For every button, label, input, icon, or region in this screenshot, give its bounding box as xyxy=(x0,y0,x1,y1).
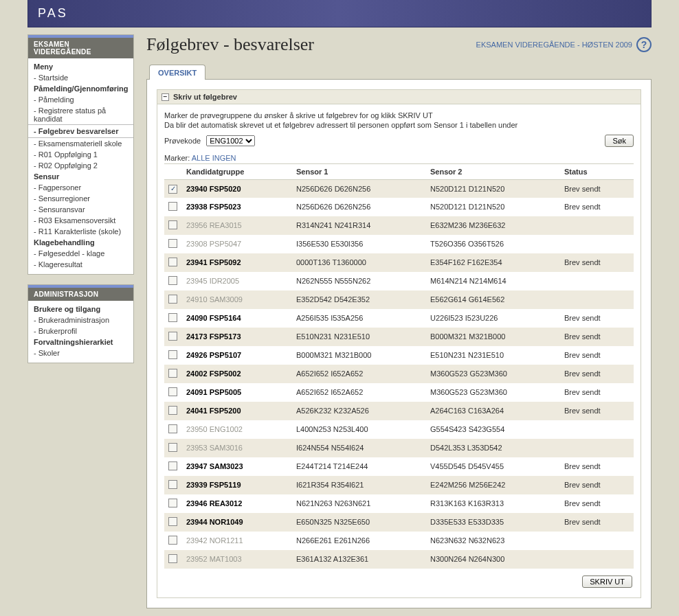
sidebar-item[interactable]: - R03 Eksamensoversikt xyxy=(28,215,133,226)
cell-status: Brev sendt xyxy=(560,328,634,346)
row-checkbox[interactable] xyxy=(168,202,177,211)
info-line-2: Da blir det automatisk skrevet ut et føl… xyxy=(164,121,634,129)
row-checkbox xyxy=(168,443,177,452)
cell-sensor1: E361A132 A132E361 xyxy=(292,550,426,569)
table-row: 23938 FSP5023N256D626 D626N256N520D121 D… xyxy=(164,198,634,216)
tab-oversikt[interactable]: OVERSIKT xyxy=(149,65,205,80)
collapse-icon[interactable]: − xyxy=(162,93,169,101)
cell-kandidatgruppe: 23947 SAM3023 xyxy=(182,457,292,476)
sidebar-heading: Brukere og tilgang xyxy=(28,304,133,315)
col-kandidatgruppe: Kandidatgruppe xyxy=(182,164,292,180)
search-button[interactable]: Søk xyxy=(605,135,634,147)
sidebar-item[interactable]: - Sensuransvar xyxy=(28,204,133,215)
app-logo: PAS xyxy=(38,6,68,21)
row-checkbox[interactable] xyxy=(168,350,177,359)
sidebar-item[interactable]: - Eksamensmateriell skole xyxy=(28,138,133,149)
cell-kandidatgruppe: 23942 NOR1211 xyxy=(182,532,292,550)
row-checkbox[interactable]: ✓ xyxy=(168,185,177,194)
cell-sensor2: V455D545 D545V455 xyxy=(426,457,560,476)
context-label: EKSAMEN VIDEREGÅENDE - HØSTEN 2009 ? xyxy=(476,37,652,52)
cell-sensor2: D542L353 L353D542 xyxy=(426,439,560,457)
marker-alle-link[interactable]: ALLE xyxy=(192,154,210,162)
row-checkbox[interactable] xyxy=(168,461,177,470)
cell-kandidatgruppe: 23946 REA3012 xyxy=(182,494,292,513)
cell-kandidatgruppe: 23952 MAT1003 xyxy=(182,550,292,569)
page-title: Følgebrev - besvarelser xyxy=(146,34,314,55)
cell-sensor1: I621R354 R354I621 xyxy=(292,476,426,494)
sidebar-item[interactable]: - Klageresultat xyxy=(28,259,133,270)
row-checkbox[interactable] xyxy=(168,517,177,526)
row-checkbox[interactable] xyxy=(168,387,177,396)
row-checkbox[interactable] xyxy=(168,332,177,341)
cell-sensor1: 0000T136 T1360000 xyxy=(292,253,426,272)
row-checkbox[interactable] xyxy=(168,406,177,415)
cell-status: Brev sendt xyxy=(560,402,634,420)
sidebar-item[interactable]: - Påmelding xyxy=(28,94,133,105)
row-checkbox[interactable] xyxy=(168,480,177,489)
table-row: 24090 FSP5164A256I535 I535A256U226I523 I… xyxy=(164,309,634,328)
table-row: 23908 PSP5047I356E530 E530I356T526O356 O… xyxy=(164,235,634,253)
info-line-1: Marker de prøvegruppene du ønsker å skri… xyxy=(164,111,634,119)
sidebar-item[interactable]: - Følgeseddel - klage xyxy=(28,248,133,259)
row-checkbox xyxy=(168,220,177,229)
sidebar-heading: Forvaltningshierarkiet xyxy=(28,336,133,347)
section-header: − Skriv ut følgebrev xyxy=(157,90,641,104)
sidebar-item[interactable]: - Sensurregioner xyxy=(28,193,133,204)
cell-status: Brev sendt xyxy=(560,180,634,198)
table-row: 23944 NOR1049E650N325 N325E650D335E533 E… xyxy=(164,513,634,532)
row-checkbox[interactable] xyxy=(168,369,177,378)
cell-sensor1: A652I652 I652A652 xyxy=(292,383,426,402)
cell-sensor2: T526O356 O356T526 xyxy=(426,235,560,253)
cell-kandidatgruppe: 24926 PSP5107 xyxy=(182,346,292,365)
row-checkbox xyxy=(168,536,177,545)
cell-status: Brev sendt xyxy=(560,309,634,328)
row-checkbox xyxy=(168,424,177,433)
row-checkbox xyxy=(168,276,177,285)
marker-ingen-link[interactable]: INGEN xyxy=(212,154,236,162)
table-row: 23956 REA3015R314N241 N241R314E632M236 M… xyxy=(164,216,634,235)
sidebar-item[interactable]: - Startside xyxy=(28,72,133,83)
sidebar-item[interactable]: - Skoler xyxy=(28,347,133,358)
cell-sensor2: E562G614 G614E562 xyxy=(426,290,560,309)
cell-kandidatgruppe: 23941 FSP5092 xyxy=(182,253,292,272)
provekode-select[interactable]: ENG1002 xyxy=(206,135,255,146)
skriv-ut-button[interactable]: SKRIV UT xyxy=(582,575,632,588)
cell-sensor1: E244T214 T214E244 xyxy=(292,457,426,476)
table-row: 24091 PSP5005A652I652 I652A652M360G523 G… xyxy=(164,383,634,402)
cell-kandidatgruppe: 23908 PSP5047 xyxy=(182,235,292,253)
sidebar-item[interactable]: - R01 Oppfølging 1 xyxy=(28,149,133,160)
sidebar-item[interactable]: - R02 Oppfølging 2 xyxy=(28,160,133,171)
cell-kandidatgruppe: 23945 IDR2005 xyxy=(182,272,292,290)
cell-sensor1: B000M321 M321B000 xyxy=(292,346,426,365)
cell-kandidatgruppe: 24041 FSP5200 xyxy=(182,402,292,420)
sidebar-item[interactable]: - Brukeradministrasjon xyxy=(28,315,133,326)
table-row: 24173 FSP5173E510N231 N231E510B000M321 M… xyxy=(164,328,634,346)
cell-sensor2: E242M256 M256E242 xyxy=(426,476,560,494)
sidebar-item[interactable]: - R11 Karakterliste (skole) xyxy=(28,226,133,237)
tab-panel: − Skriv ut følgebrev Marker de prøvegrup… xyxy=(146,80,652,608)
cell-kandidatgruppe: 23953 SAM3016 xyxy=(182,439,292,457)
cell-kandidatgruppe: 24091 PSP5005 xyxy=(182,383,292,402)
cell-sensor2: E354F162 F162E354 xyxy=(426,253,560,272)
sidebar-item[interactable]: - Brukerprofil xyxy=(28,326,133,336)
cell-kandidatgruppe: 24910 SAM3009 xyxy=(182,290,292,309)
cell-sensor2: U226I523 I523U226 xyxy=(426,309,560,328)
row-checkbox[interactable] xyxy=(168,499,177,507)
cell-sensor1: N262N555 N555N262 xyxy=(292,272,426,290)
help-icon[interactable]: ? xyxy=(636,37,652,52)
row-checkbox[interactable] xyxy=(168,313,177,322)
row-checkbox xyxy=(168,295,177,304)
sidebar-item[interactable]: - Følgebrev besvarelser xyxy=(28,124,133,138)
col-status: Status xyxy=(560,164,634,180)
cell-sensor1: N621N263 N263N621 xyxy=(292,494,426,513)
sidebar-panel: EKSAMEN VIDEREGÅENDEMeny- StartsidePåmel… xyxy=(27,34,134,275)
section-skriv-ut: − Skriv ut følgebrev Marker de prøvegrup… xyxy=(157,89,641,598)
row-checkbox[interactable] xyxy=(168,258,177,266)
cell-status xyxy=(560,216,634,235)
cell-status: Brev sendt xyxy=(560,198,634,216)
sidebar-panel-header: EKSAMEN VIDEREGÅENDE xyxy=(28,35,133,58)
cell-sensor1: E510N231 N231E510 xyxy=(292,328,426,346)
sidebar-item[interactable]: - Registrere status på kandidat xyxy=(28,105,133,124)
sidebar-item[interactable]: - Fagpersoner xyxy=(28,182,133,193)
cell-sensor1: N266E261 E261N266 xyxy=(292,532,426,550)
